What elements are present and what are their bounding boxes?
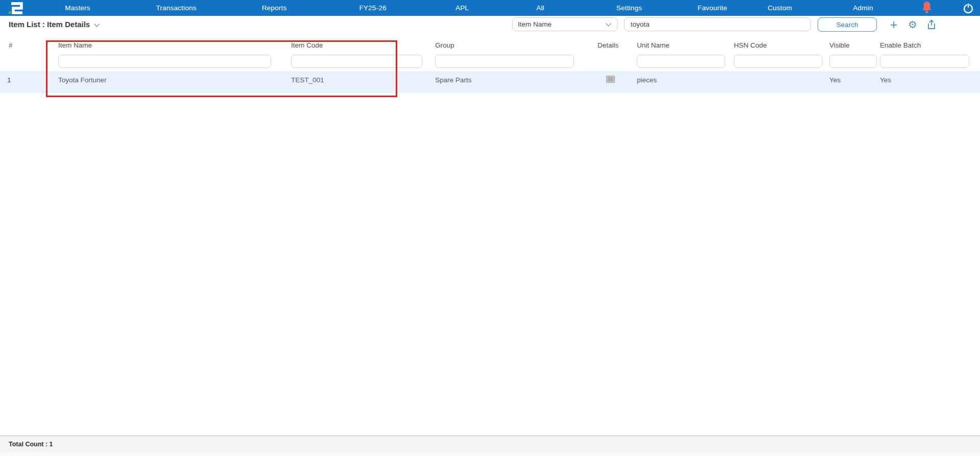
add-new-icon[interactable]: + (887, 17, 901, 32)
table-filter-row (0, 51, 980, 68)
table-header-row: # Item Name Item Code Group Details Unit… (0, 32, 980, 49)
filter-item-code-input[interactable] (291, 55, 422, 68)
power-logout-icon[interactable] (962, 2, 974, 15)
nav-item-custom[interactable]: Custom (768, 0, 792, 16)
filter-group-input[interactable] (435, 55, 574, 68)
filter-enable-batch-input[interactable] (880, 55, 969, 68)
details-list-icon[interactable] (606, 77, 615, 84)
horizontal-scrollbar-track[interactable] (0, 452, 980, 456)
row-index: 1 (0, 71, 50, 93)
app-window: Masters Transactions Reports FY25-26 APL… (0, 0, 980, 456)
row-hsn-code (725, 71, 821, 93)
filter-hsn-code-input[interactable] (734, 55, 822, 68)
row-details-cell (589, 71, 628, 93)
search-button[interactable]: Search (818, 17, 877, 32)
header-index: # (0, 32, 50, 49)
table-row[interactable]: 1 Toyota Fortuner TEST_001 Spare Parts p… (0, 71, 980, 93)
settings-gear-icon[interactable]: ⚙ (905, 17, 920, 32)
chevron-down-icon (605, 20, 612, 29)
filter-unit-name-input[interactable] (637, 55, 725, 68)
chevron-down-icon (93, 20, 100, 29)
header-visible: Visible (821, 32, 871, 49)
row-unit-name: pieces (628, 71, 725, 93)
nav-item-settings[interactable]: Settings (616, 0, 642, 16)
notification-bell-icon[interactable] (920, 1, 934, 15)
nav-item-all[interactable]: All (536, 0, 544, 16)
nav-item-apl[interactable]: APL (456, 0, 469, 16)
header-item-name: Item Name (50, 32, 282, 49)
search-column-selected-value: Item Name (518, 20, 605, 28)
total-count-label: Total Count : 1 (9, 436, 53, 453)
header-enable-batch: Enable Batch (871, 32, 980, 49)
row-item-name: Toyota Fortuner (50, 71, 282, 93)
header-unit-name: Unit Name (628, 32, 725, 49)
row-item-code: TEST_001 (282, 71, 426, 93)
nav-item-reports[interactable]: Reports (262, 0, 287, 16)
nav-item-masters[interactable]: Masters (65, 0, 90, 16)
header-details: Details (589, 32, 628, 49)
nav-item-fy25-26[interactable]: FY25-26 (359, 0, 386, 16)
brand-logo-icon[interactable] (6, 1, 27, 15)
nav-item-transactions[interactable]: Transactions (156, 0, 196, 16)
header-hsn-code: HSN Code (725, 32, 821, 49)
search-column-select[interactable]: Item Name (512, 17, 617, 31)
footer-bar: Total Count : 1 (0, 436, 980, 452)
page-title-dropdown[interactable]: Item List : Item Details (9, 19, 100, 29)
filter-visible-input[interactable] (829, 55, 877, 68)
filter-item-name-input[interactable] (58, 55, 271, 68)
export-share-icon[interactable] (924, 17, 939, 32)
row-group: Spare Parts (426, 71, 589, 93)
row-enable-batch: Yes (871, 71, 980, 93)
top-navbar: Masters Transactions Reports FY25-26 APL… (0, 0, 980, 16)
header-item-code: Item Code (282, 32, 426, 49)
row-visible: Yes (821, 71, 871, 93)
search-input[interactable] (624, 17, 811, 31)
header-group: Group (426, 32, 589, 49)
nav-item-admin[interactable]: Admin (853, 0, 873, 16)
page-title: Item List : Item Details (9, 20, 90, 29)
toolbar: Item List : Item Details Item Name Searc… (0, 16, 980, 32)
nav-item-favourite[interactable]: Favourite (698, 0, 727, 16)
